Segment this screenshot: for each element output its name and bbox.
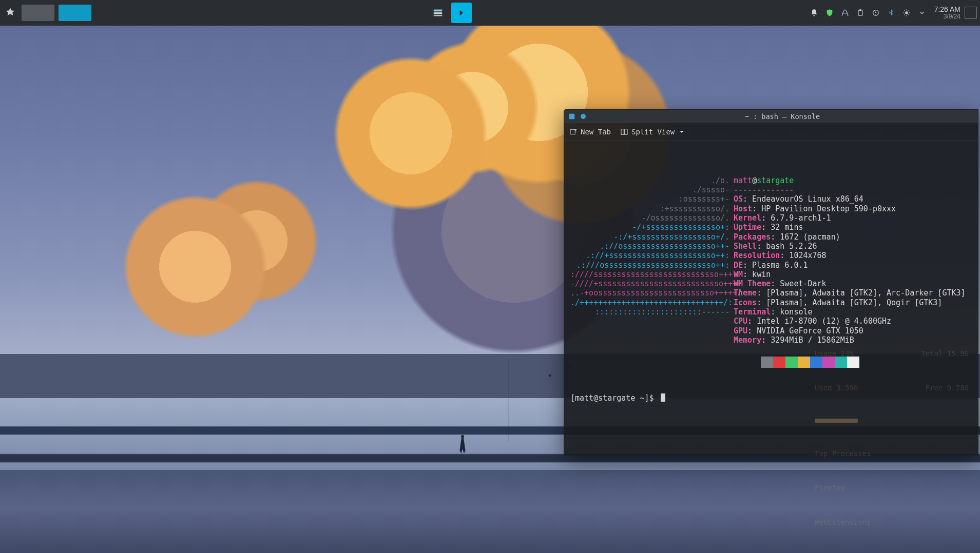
svg-rect-1 [434, 12, 443, 14]
brightness-icon[interactable] [901, 8, 912, 18]
svg-rect-7 [875, 14, 876, 14]
new-tab-button[interactable]: New Tab [569, 128, 611, 136]
clock-date: 3/9/24 [934, 13, 960, 20]
svg-rect-2 [434, 15, 443, 16]
notifications-icon[interactable] [809, 8, 819, 18]
svg-rect-20 [625, 129, 627, 134]
tray-expand-chevron-icon[interactable] [917, 8, 927, 18]
background-system-monitor: Usage 23%Total 15.5G Used 3.59GFree 9.78… [815, 143, 969, 455]
split-view-label: Split View [631, 128, 675, 136]
split-view-button[interactable]: Split View [620, 128, 684, 136]
new-tab-icon [569, 128, 578, 136]
svg-rect-19 [621, 129, 624, 134]
window-menu-icon[interactable] [568, 113, 575, 120]
svg-point-8 [905, 11, 908, 14]
svg-line-14 [908, 14, 909, 15]
terminal-output[interactable]: ./o.matt@stargate./sssso--------------:o… [564, 141, 978, 455]
svg-line-13 [904, 10, 905, 11]
svg-line-15 [908, 10, 909, 11]
svg-rect-0 [434, 10, 443, 12]
security-shield-icon[interactable] [824, 8, 835, 18]
updates-icon[interactable] [871, 8, 881, 18]
split-view-icon [620, 128, 628, 136]
system-tray [804, 8, 932, 18]
svg-rect-6 [875, 11, 876, 13]
window-indicator-icon [581, 114, 586, 119]
window-title: ~ : bash — Konsole [591, 112, 974, 121]
taskbar-app-1[interactable] [428, 3, 448, 23]
app-launcher[interactable] [2, 5, 18, 21]
svg-rect-18 [570, 129, 575, 134]
cursor-icon [661, 393, 665, 402]
window-list-icon [432, 7, 444, 18]
svg-rect-4 [859, 9, 861, 11]
bluetooth-icon[interactable] [886, 8, 896, 18]
new-tab-label: New Tab [581, 128, 611, 136]
wallpaper-hiker [457, 435, 468, 456]
top-panel: 7:26 AM 3/9/24 [0, 0, 980, 26]
virtual-desktop-1[interactable] [22, 5, 54, 21]
konsole-window: ~ : bash — Konsole New Tab Split View ./… [564, 109, 978, 456]
svg-rect-3 [858, 10, 862, 16]
show-desktop-button[interactable] [965, 7, 977, 19]
clock-time: 7:26 AM [934, 6, 960, 13]
svg-line-16 [904, 14, 905, 15]
terminal-icon [456, 8, 467, 18]
konsole-toolbar: New Tab Split View [564, 123, 978, 141]
clipboard-icon[interactable] [855, 8, 866, 18]
virtual-desktop-2[interactable] [59, 5, 91, 21]
svg-rect-17 [569, 114, 575, 120]
input-method-icon[interactable] [840, 8, 850, 18]
panel-clock[interactable]: 7:26 AM 3/9/24 [934, 6, 960, 19]
plasma-logo-icon [5, 7, 16, 18]
konsole-titlebar[interactable]: ~ : bash — Konsole [564, 110, 978, 123]
taskbar-konsole[interactable] [451, 3, 472, 23]
